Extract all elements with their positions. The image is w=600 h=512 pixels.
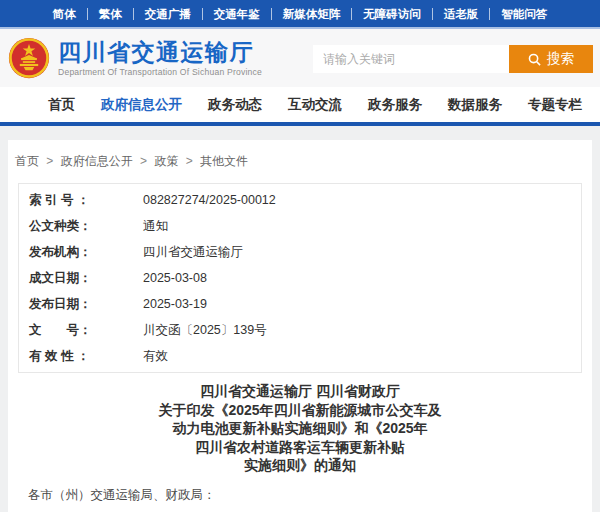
search-icon: [528, 53, 541, 66]
search-input[interactable]: [313, 45, 509, 73]
topbar-link-new-media[interactable]: 新媒体矩阵: [272, 8, 353, 20]
search-button[interactable]: 搜索: [509, 45, 593, 73]
meta-value: 2025-03-19: [143, 296, 207, 312]
top-utility-bar: 简体 繁体 交通广播 交通年鉴 新媒体矩阵 无障碍访问 适老版 智能问答: [0, 0, 600, 27]
meta-label: 公文种类：: [19, 218, 143, 234]
site-search: 搜索: [313, 45, 593, 73]
topbar-link-traditional[interactable]: 繁体: [88, 8, 134, 20]
site-header: 四川省交通运输厅 Department Of Transportation Of…: [0, 29, 600, 87]
document-title-line: 实施细则》的通知: [8, 456, 592, 475]
breadcrumb-current-other-documents: 其他文件: [200, 154, 248, 168]
meta-value: 082827274/2025-00012: [143, 192, 276, 208]
meta-value: 通知: [143, 218, 168, 234]
meta-row-written-date: 成文日期： 2025-03-08: [19, 265, 581, 291]
meta-row-issuing-agency: 发布机构： 四川省交通运输厅: [19, 239, 581, 265]
meta-value: 2025-03-08: [143, 270, 207, 286]
topbar-link-accessibility[interactable]: 无障碍访问: [352, 8, 433, 20]
site-title: 四川省交通运输厅: [58, 40, 262, 64]
meta-row-document-number: 文 号： 川交函〔2025〕139号: [19, 317, 581, 343]
site-title-english: Department Of Transportation Of Sichuan …: [58, 67, 262, 77]
document-meta-table: 索 引 号 ： 082827274/2025-00012 公文种类： 通知 发布…: [18, 183, 582, 373]
nav-item-data-services[interactable]: 数据服务: [435, 96, 515, 114]
nav-item-special-topics[interactable]: 专题专栏: [515, 96, 595, 114]
meta-label: 文 号：: [19, 322, 143, 338]
document-card: 首页 > 政府信息公开 > 政策 > 其他文件 索 引 号 ： 08282727…: [8, 140, 592, 512]
primary-nav: 首页 政府信息公开 政务动态 互动交流 政务服务 数据服务 专题专栏: [0, 87, 600, 122]
breadcrumb-separator: >: [186, 154, 193, 168]
meta-row-validity: 有 效 性 ： 有效: [19, 343, 581, 369]
meta-label: 有 效 性 ：: [19, 348, 143, 364]
breadcrumb-separator: >: [46, 154, 53, 168]
nav-item-gov-services[interactable]: 政务服务: [355, 96, 435, 114]
meta-value: 川交函〔2025〕139号: [143, 322, 267, 338]
meta-row-publish-date: 发布日期： 2025-03-19: [19, 291, 581, 317]
meta-label: 索 引 号 ：: [19, 192, 143, 208]
meta-label: 成文日期：: [19, 270, 143, 286]
breadcrumb: 首页 > 政府信息公开 > 政策 > 其他文件: [8, 140, 592, 183]
breadcrumb-link-policy[interactable]: 政策: [154, 154, 178, 168]
meta-value: 有效: [143, 348, 168, 364]
search-button-label: 搜索: [547, 50, 574, 68]
nav-item-gov-news[interactable]: 政务动态: [195, 96, 275, 114]
meta-row-index-number: 索 引 号 ： 082827274/2025-00012: [19, 187, 581, 213]
home-logo-link[interactable]: 四川省交通运输厅 Department Of Transportation Of…: [8, 37, 262, 79]
national-emblem-icon: [8, 37, 50, 79]
breadcrumb-link-home[interactable]: 首页: [15, 154, 39, 168]
site-identity: 四川省交通运输厅 Department Of Transportation Of…: [58, 40, 262, 77]
nav-item-interaction[interactable]: 互动交流: [275, 96, 355, 114]
breadcrumb-link-gov-info[interactable]: 政府信息公开: [61, 154, 133, 168]
breadcrumb-separator: >: [140, 154, 147, 168]
nav-item-gov-info-disclosure[interactable]: 政府信息公开: [88, 96, 195, 114]
document-title-line: 四川省交通运输厅 四川省财政厅: [8, 382, 592, 401]
meta-value: 四川省交通运输厅: [143, 244, 243, 260]
topbar-link-simplified[interactable]: 简体: [42, 8, 88, 20]
topbar-link-elderly-version[interactable]: 适老版: [433, 8, 491, 20]
meta-label: 发布日期：: [19, 296, 143, 312]
meta-row-document-type: 公文种类： 通知: [19, 213, 581, 239]
topbar-link-traffic-radio[interactable]: 交通广播: [134, 8, 203, 20]
document-body-first-line: 各市（州）交通运输局、财政局：: [28, 487, 592, 504]
document-title: 四川省交通运输厅 四川省财政厅 关于印发《2025年四川省新能源城市公交车及 动…: [8, 382, 592, 475]
meta-label: 发布机构：: [19, 244, 143, 260]
document-title-line: 动力电池更新补贴实施细则》和《2025年: [8, 419, 592, 438]
topbar-link-yearbook[interactable]: 交通年鉴: [203, 8, 272, 20]
nav-item-home[interactable]: 首页: [35, 96, 88, 114]
topbar-link-smart-qa[interactable]: 智能问答: [490, 8, 558, 20]
main-content: 首页 > 政府信息公开 > 政策 > 其他文件 索 引 号 ： 08282727…: [0, 126, 600, 512]
document-title-line: 关于印发《2025年四川省新能源城市公交车及: [8, 401, 592, 420]
document-title-line: 四川省农村道路客运车辆更新补贴: [8, 438, 592, 457]
